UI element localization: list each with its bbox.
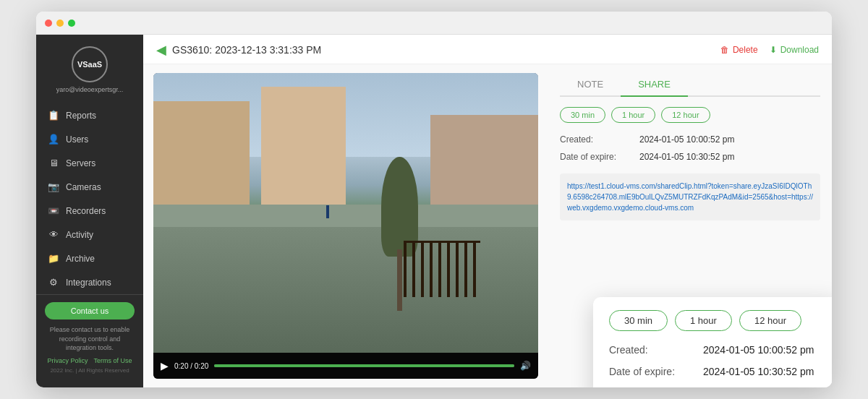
privacy-policy-link[interactable]: Privacy Policy: [47, 357, 88, 364]
integrations-icon: ⚙: [48, 277, 59, 288]
download-icon: ⬇: [770, 45, 777, 55]
floating-created-label: Created:: [609, 344, 703, 356]
play-button[interactable]: ▶: [161, 360, 169, 372]
main-content: ◀ GS3610: 2023-12-13 3:31:33 PM 🗑 Delete…: [143, 35, 832, 387]
sidebar-logo: VSaaS yaro@videoexpertsgr...: [36, 46, 143, 93]
sidebar-label-reports: Reports: [66, 111, 96, 121]
terms-of-use-link[interactable]: Terms of Use: [94, 357, 132, 364]
created-label: Created:: [560, 134, 639, 145]
sidebar-item-archive[interactable]: 📁 Archive: [36, 246, 143, 270]
video-container: ▶ 0:20 / 0:20 🔊: [153, 73, 538, 379]
floating-card: 30 min 1 hour 12 hour Created: 2024-01-0…: [593, 297, 832, 387]
reports-icon: 📋: [48, 110, 59, 121]
sidebar-label-cameras: Cameras: [66, 182, 101, 192]
dur-btn-12hour[interactable]: 12 hour: [661, 107, 710, 123]
tree-trunk: [397, 249, 401, 311]
sidebar-label-servers: Servers: [66, 158, 95, 168]
activity-icon: 👁: [48, 229, 59, 240]
time-display: 0:20 / 0:20: [174, 362, 208, 370]
sidebar-note: Please contact us to enable recording co…: [45, 325, 135, 353]
expire-label: Date of expire:: [560, 152, 639, 162]
sidebar-label-integrations: Integrations: [66, 278, 111, 288]
sidebar-label-activity: Activity: [66, 230, 93, 240]
video-panel: ▶ 0:20 / 0:20 🔊: [143, 64, 548, 387]
sidebar-item-cameras[interactable]: 📷 Cameras: [36, 175, 143, 199]
progress-bar[interactable]: [214, 364, 514, 367]
sidebar-item-integrations[interactable]: ⚙ Integrations: [36, 270, 143, 294]
back-arrow-icon[interactable]: ◀: [156, 42, 166, 58]
floating-expire-label: Date of expire:: [609, 366, 703, 377]
expire-value: 2024-01-05 10:30:52 pm: [639, 152, 734, 162]
browser-bar: [36, 12, 832, 35]
sidebar-item-reports[interactable]: 📋 Reports: [36, 103, 143, 127]
browser-dot-red[interactable]: [45, 20, 52, 27]
users-icon: 👤: [48, 134, 59, 145]
floating-expire-value: 2024-01-05 10:30:52 pm: [703, 366, 814, 377]
expire-row: Date of expire: 2024-01-05 10:30:52 pm: [560, 152, 820, 162]
sidebar-item-servers[interactable]: 🖥 Servers: [36, 151, 143, 175]
tab-header: NOTE SHARE: [560, 73, 820, 97]
header-title: ◀ GS3610: 2023-12-13 3:31:33 PM: [156, 42, 321, 58]
content-area: ▶ 0:20 / 0:20 🔊 NOTE SHARE: [143, 64, 832, 387]
sidebar-item-users[interactable]: 👤 Users: [36, 127, 143, 151]
sidebar-label-recorders: Recorders: [66, 206, 106, 216]
contact-us-button[interactable]: Contact us: [45, 302, 135, 319]
floating-dur-btn-12hour[interactable]: 12 hour: [739, 310, 801, 331]
servers-icon: 🖥: [48, 158, 59, 168]
floating-duration-buttons: 30 min 1 hour 12 hour: [609, 310, 823, 331]
floating-dur-btn-30min[interactable]: 30 min: [609, 310, 668, 331]
trash-icon: 🗑: [720, 45, 729, 55]
recorders-icon: 📼: [48, 205, 59, 216]
sidebar-item-recorders[interactable]: 📼 Recorders: [36, 199, 143, 223]
page-title: GS3610: 2023-12-13 3:31:33 PM: [172, 44, 321, 56]
browser-dot-green[interactable]: [68, 20, 75, 27]
person-figure: [326, 205, 329, 218]
fence: [404, 241, 480, 296]
sidebar-item-activity[interactable]: 👁 Activity: [36, 223, 143, 246]
duration-buttons: 30 min 1 hour 12 hour: [560, 107, 820, 123]
tab-share[interactable]: SHARE: [621, 73, 688, 97]
sidebar-copyright: 2022 Inc. | All Rights Reserved: [45, 367, 135, 374]
sidebar-label-users: Users: [66, 134, 88, 145]
delete-button[interactable]: 🗑 Delete: [720, 45, 758, 55]
floating-created-value: 2024-01-05 10:00:52 pm: [703, 344, 814, 356]
video-controls: ▶ 0:20 / 0:20 🔊: [153, 353, 538, 379]
download-button[interactable]: ⬇ Download: [770, 45, 819, 55]
floating-created-row: Created: 2024-01-05 10:00:52 pm: [609, 344, 823, 356]
logo-circle: VSaaS: [72, 46, 108, 82]
dur-btn-30min[interactable]: 30 min: [560, 107, 605, 123]
tab-note[interactable]: NOTE: [560, 73, 621, 97]
main-header: ◀ GS3610: 2023-12-13 3:31:33 PM 🗑 Delete…: [143, 35, 832, 64]
sidebar-nav: 📋 Reports 👤 Users 🖥 Servers 📷 Cameras 📼: [36, 103, 143, 294]
header-actions: 🗑 Delete ⬇ Download: [720, 45, 819, 55]
share-url[interactable]: https://test1.cloud-vms.com/sharedClip.h…: [560, 173, 820, 220]
sidebar-label-archive: Archive: [66, 254, 95, 264]
sidebar-links: Privacy Policy Terms of Use: [45, 357, 135, 364]
sidewalk: [153, 205, 538, 227]
right-panel: NOTE SHARE 30 min 1 hour 12 hour Created…: [548, 64, 832, 387]
logo-text: VSaaS: [77, 60, 102, 69]
dur-btn-1hour[interactable]: 1 hour: [611, 107, 655, 123]
app-body: VSaaS yaro@videoexpertsgr... 📋 Reports 👤…: [36, 35, 832, 387]
video-scene: [153, 73, 538, 353]
browser-window: VSaaS yaro@videoexpertsgr... 📋 Reports 👤…: [36, 12, 832, 387]
floating-expire-row: Date of expire: 2024-01-05 10:30:52 pm: [609, 366, 823, 377]
browser-dot-yellow[interactable]: [56, 20, 64, 27]
archive-icon: 📁: [48, 253, 59, 264]
progress-fill: [214, 364, 514, 367]
volume-icon[interactable]: 🔊: [520, 361, 531, 371]
created-row: Created: 2024-01-05 10:00:52 pm: [560, 134, 820, 145]
floating-dur-btn-1hour[interactable]: 1 hour: [675, 310, 732, 331]
cameras-icon: 📷: [48, 181, 59, 192]
sidebar-bottom: Contact us Please contact us to enable r…: [36, 294, 143, 381]
sidebar-email: yaro@videoexpertsgr...: [51, 86, 129, 93]
sidebar: VSaaS yaro@videoexpertsgr... 📋 Reports 👤…: [36, 35, 143, 387]
created-value: 2024-01-05 10:00:52 pm: [639, 134, 734, 145]
